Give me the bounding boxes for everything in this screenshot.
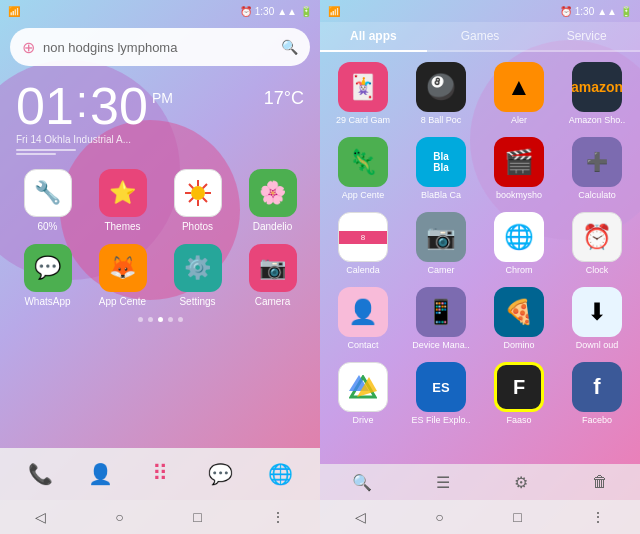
app-download[interactable]: ⬇ Downl oud	[560, 283, 634, 354]
status-bar-left: 📶 ⏰ 1:30 ▲▲ 🔋	[0, 0, 320, 22]
app-device-manager[interactable]: 📱 Device Mana..	[404, 283, 478, 354]
app-es-explorer[interactable]: ES ES File Explo..	[404, 358, 478, 429]
app-appcenter-r[interactable]: 🦎 App Cente	[326, 133, 400, 204]
app-dominos[interactable]: 🍕 Domino	[482, 283, 556, 354]
app-29card[interactable]: 🃏 29 Card Gam	[326, 58, 400, 129]
dock-contacts[interactable]: 👤	[80, 456, 120, 492]
app-camera[interactable]: 📷 Camera	[242, 244, 304, 307]
status-left-icons: 📶	[8, 6, 20, 17]
dock-phone[interactable]: 📞	[20, 456, 60, 492]
nav-home[interactable]: ○	[103, 505, 135, 529]
appcenter-label: App Cente	[99, 296, 146, 307]
contacts-r-label: Contact	[347, 340, 378, 350]
clock-icon-app: ⏰	[572, 212, 622, 262]
alert-label: Aler	[511, 115, 527, 125]
app-camera-r[interactable]: 📷 Camer	[404, 208, 478, 279]
settings-icon: ⚙️	[174, 244, 222, 292]
weather-line-2	[16, 153, 56, 155]
weather-line-1	[16, 149, 76, 151]
app-blabla[interactable]: BlaBla BlaBla Ca	[404, 133, 478, 204]
dock-messages[interactable]: 💬	[200, 456, 240, 492]
dot-4	[168, 317, 173, 322]
search-bottom-icon[interactable]: 🔍	[352, 473, 372, 492]
right-phone-screen: 📶 ⏰ 1:30 ▲▲ 🔋 All apps Games Service 🃏 2…	[320, 0, 640, 534]
app-whatsapp[interactable]: 💬 WhatsApp	[17, 244, 79, 307]
search-mic-icon[interactable]: 🔍	[281, 39, 298, 55]
nav-home-r[interactable]: ○	[423, 505, 455, 529]
nav-menu-r[interactable]: ⋮	[579, 505, 617, 529]
nav-back[interactable]: ◁	[23, 505, 58, 529]
contacts-r-icon: 👤	[338, 287, 388, 337]
app-settings[interactable]: ⚙️ Settings	[167, 244, 229, 307]
weather-lines	[16, 149, 304, 155]
nav-recents-r[interactable]: □	[501, 505, 533, 529]
appcenter-r-label: App Cente	[342, 190, 385, 200]
app-alert[interactable]: ▲ Aler	[482, 58, 556, 129]
nav-recents[interactable]: □	[181, 505, 213, 529]
nav-menu[interactable]: ⋮	[259, 505, 297, 529]
search-input[interactable]: non hodgins lymphoma	[43, 40, 281, 55]
app-clock[interactable]: ⏰ Clock	[560, 208, 634, 279]
dock-globe[interactable]: 🌐	[260, 456, 300, 492]
app-facebook[interactable]: f Facebo	[560, 358, 634, 429]
amazon-icon: amazon	[572, 62, 622, 112]
camera-r-icon: 📷	[416, 212, 466, 262]
dot-1	[138, 317, 143, 322]
app-drive[interactable]: Drive	[326, 358, 400, 429]
settings-label: Settings	[179, 296, 215, 307]
clock-area: 01 : 30 PM 17°C Fri 14 Okhla Industrial …	[0, 72, 320, 163]
app-drawer-tabs: All apps Games Service	[320, 22, 640, 52]
29card-icon: 🃏	[338, 62, 388, 112]
app-faaso[interactable]: F Faaso	[482, 358, 556, 429]
trash-bottom-icon[interactable]: 🗑	[592, 473, 608, 491]
search-bar[interactable]: ⊕ non hodgins lymphoma 🔍	[10, 28, 310, 66]
photos-icon	[174, 169, 222, 217]
app-contacts-r[interactable]: 👤 Contact	[326, 283, 400, 354]
app-themes[interactable]: ⭐ Themes	[92, 169, 154, 232]
clock-date: Fri 14 Okhla Industrial A...	[16, 134, 304, 145]
clock-ampm: PM	[152, 90, 173, 106]
app-dandelio[interactable]: 🌸 Dandelio	[242, 169, 304, 232]
menu-bottom-icon[interactable]: ☰	[436, 473, 450, 492]
facebook-icon: f	[572, 362, 622, 412]
app-photos[interactable]: Photos	[167, 169, 229, 232]
nav-back-r[interactable]: ◁	[343, 505, 378, 529]
tab-service[interactable]: Service	[533, 22, 640, 52]
device-manager-label: Device Mana..	[412, 340, 470, 350]
app-calendar[interactable]: 8 Calenda	[326, 208, 400, 279]
dock-apps[interactable]: ⠿	[140, 456, 180, 492]
clock-icon: ⏰	[240, 6, 252, 17]
29card-label: 29 Card Gam	[336, 115, 390, 125]
dot-3	[158, 317, 163, 322]
app-chrome[interactable]: 🌐 Chrom	[482, 208, 556, 279]
blabla-label: BlaBla Ca	[421, 190, 461, 200]
camera-label: Camera	[255, 296, 291, 307]
tab-games[interactable]: Games	[427, 22, 534, 52]
dominos-label: Domino	[503, 340, 534, 350]
app-bookmyshow[interactable]: 🎬 bookmysho	[482, 133, 556, 204]
drive-icon	[338, 362, 388, 412]
settings-bottom-icon[interactable]: ⚙	[514, 473, 528, 492]
app-cleaner[interactable]: 🔧 60%	[17, 169, 79, 232]
appcenter-icon: 🦊	[99, 244, 147, 292]
bottom-nav-right: ◁ ○ □ ⋮	[320, 500, 640, 534]
status-time-right: 1:30	[575, 6, 594, 17]
faaso-label: Faaso	[506, 415, 531, 425]
clock-hour: 01	[16, 80, 74, 132]
8ball-icon: 🎱	[416, 62, 466, 112]
clock-minute: 30	[90, 80, 148, 132]
whatsapp-icon: 💬	[24, 244, 72, 292]
tab-all-apps[interactable]: All apps	[320, 22, 427, 52]
clock-temp: 17°C	[264, 88, 304, 109]
app-calculator[interactable]: ➕ Calculato	[560, 133, 634, 204]
app-amazon[interactable]: amazon Amazon Sho..	[560, 58, 634, 129]
dot-5	[178, 317, 183, 322]
app-appcenter[interactable]: 🦊 App Cente	[92, 244, 154, 307]
es-explorer-icon: ES	[416, 362, 466, 412]
camera-r-label: Camer	[427, 265, 454, 275]
app-grid-right: 🃏 29 Card Gam 🎱 8 Ball Poc ▲ Aler amazon…	[320, 52, 640, 435]
faaso-icon: F	[494, 362, 544, 412]
page-dots	[0, 317, 320, 322]
search-icon: ⊕	[22, 38, 35, 57]
app-8ball[interactable]: 🎱 8 Ball Poc	[404, 58, 478, 129]
